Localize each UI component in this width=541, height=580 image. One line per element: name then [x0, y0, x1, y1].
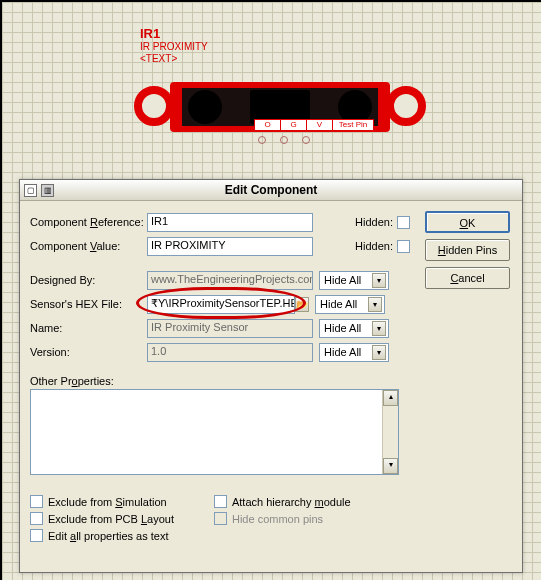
label-edit-all: Edit all properties as text — [48, 530, 168, 542]
label-hidden-1: Hidden: — [355, 216, 393, 228]
pin-o[interactable] — [258, 136, 266, 144]
scroll-up-icon[interactable]: ▴ — [383, 390, 398, 406]
combo-hex[interactable]: Hide All ▾ — [315, 295, 385, 314]
combo-version[interactable]: Hide All ▾ — [319, 343, 389, 362]
mount-hole-right — [386, 86, 426, 126]
label-other: Other Properties: — [30, 375, 410, 387]
input-val[interactable]: IR PROXIMITY — [147, 237, 313, 256]
component-label-block[interactable]: IR1 IR PROXIMITY <TEXT> — [140, 26, 208, 65]
pin-g[interactable] — [280, 136, 288, 144]
component-type: IR PROXIMITY — [140, 41, 208, 53]
combo-designed[interactable]: Hide All ▾ — [319, 271, 389, 290]
input-ref[interactable]: IR1 — [147, 213, 313, 232]
checkbox-edit-all[interactable] — [30, 529, 43, 542]
form-area: Component Reference: IR1 Hidden: Compone… — [30, 211, 410, 564]
label-hidden-2: Hidden: — [355, 240, 393, 252]
label-attach-module: Attach hierarchy module — [232, 496, 351, 508]
pin-o-label: O — [255, 120, 281, 130]
input-designed[interactable]: www.TheEngineeringProjects.com — [147, 271, 313, 290]
label-val: Component Value: — [30, 240, 147, 252]
combo-name[interactable]: Hide All ▾ — [319, 319, 389, 338]
input-hex-file[interactable]: ₹Y\IRProximitySensorTEP.HEX — [147, 295, 295, 314]
cancel-button[interactable]: Cancel — [425, 267, 510, 289]
lens-left — [188, 90, 222, 124]
other-properties-textarea[interactable]: ▴ ▾ — [30, 389, 399, 475]
dialog-titlebar[interactable]: ▢ ▥ Edit Component — [20, 180, 522, 201]
label-exclude-sim: Exclude from Simulation — [48, 496, 167, 508]
hidden-pins-button[interactable]: Hidden Pins — [425, 239, 510, 261]
pin-labels: O G V Test Pin — [254, 119, 374, 131]
checkbox-attach-module[interactable] — [214, 495, 227, 508]
checkbox-exclude-pcb[interactable] — [30, 512, 43, 525]
scroll-down-icon[interactable]: ▾ — [383, 458, 398, 474]
chevron-down-icon: ▾ — [372, 321, 386, 336]
ir-proximity-sensor[interactable]: www.TheEngineeringProjects.com O G V Tes… — [140, 72, 420, 152]
chevron-down-icon: ▾ — [372, 273, 386, 288]
edit-component-dialog: ▢ ▥ Edit Component Component Reference: … — [19, 179, 523, 573]
label-hide-common-pins: Hide common pins — [232, 513, 323, 525]
pin-row — [258, 136, 310, 144]
checkbox-exclude-sim[interactable] — [30, 495, 43, 508]
component-text-placeholder: <TEXT> — [140, 53, 208, 65]
chevron-down-icon: ▾ — [372, 345, 386, 360]
label-designed: Designed By: — [30, 274, 147, 286]
ok-button[interactable]: OK — [425, 211, 510, 233]
input-name[interactable]: IR Proximity Sensor — [147, 319, 313, 338]
label-name: Name: — [30, 322, 147, 334]
pin-g-label: G — [281, 120, 307, 130]
chevron-down-icon: ▾ — [368, 297, 382, 312]
mount-hole-left — [134, 86, 174, 126]
label-hex: Sensor's HEX File: — [30, 298, 147, 310]
component-ref: IR1 — [140, 26, 208, 41]
pin-test-label: Test Pin — [333, 120, 373, 130]
checkbox-hidden-val[interactable] — [397, 240, 410, 253]
label-exclude-pcb: Exclude from PCB Layout — [48, 513, 174, 525]
dialog-title: Edit Component — [20, 183, 522, 197]
scrollbar[interactable]: ▴ ▾ — [382, 390, 398, 474]
checkbox-hide-common-pins — [214, 512, 227, 525]
pin-v-label: V — [307, 120, 333, 130]
checkbox-hidden-ref[interactable] — [397, 216, 410, 229]
label-version: Version: — [30, 346, 147, 358]
label-ref: Component Reference: — [30, 216, 147, 228]
pin-v[interactable] — [302, 136, 310, 144]
input-version[interactable]: 1.0 — [147, 343, 313, 362]
browse-hex-button[interactable]: 📂 — [295, 297, 309, 312]
